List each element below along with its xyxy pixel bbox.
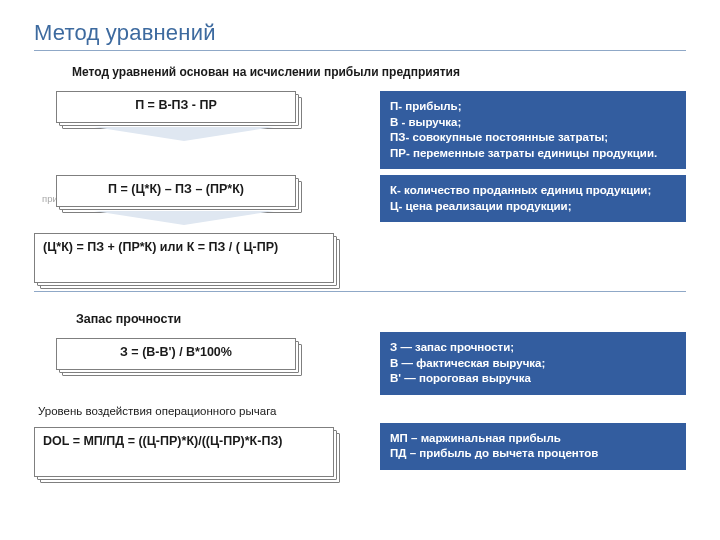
subheader-safety: Запас прочности: [76, 312, 686, 326]
def-line: МП – маржинальная прибыль: [390, 431, 676, 447]
formula-card-profit-expanded: П = (Ц*К) – ПЗ – (ПР*К): [56, 175, 296, 207]
intro-text: Метод уравнений основан на исчислении пр…: [72, 65, 686, 79]
page-title: Метод уравнений: [34, 20, 686, 46]
def-line: З — запас прочности;: [390, 340, 676, 356]
def-line: В - выручка;: [390, 115, 676, 131]
divider-mid: [34, 291, 686, 292]
def-line: Ц- цена реализации продукции;: [390, 199, 676, 215]
def-line: ПЗ- совокупные постоянные затраты;: [390, 130, 676, 146]
formula-text: DOL = МП/ПД = ((Ц-ПР)*К)/((Ц-ПР)*К-ПЗ): [34, 427, 334, 477]
formula-card-profit-basic: П = В-ПЗ - ПР: [56, 91, 296, 123]
definitions-box-2: К- количество проданных единиц продукции…: [380, 175, 686, 222]
def-line: ПД – прибыль до вычета процентов: [390, 446, 676, 462]
formula-text: П = (Ц*К) – ПЗ – (ПР*К): [56, 175, 296, 207]
arrow-down-icon: [94, 211, 274, 225]
def-line: К- количество проданных единиц продукции…: [390, 183, 676, 199]
arrow-down-icon: [94, 127, 274, 141]
formula-text: (Ц*К) = ПЗ + (ПР*К) или К = ПЗ / ( Ц-ПР): [34, 233, 334, 283]
def-line: ПР- переменные затраты единицы продукции…: [390, 146, 676, 162]
formula-card-dol: DOL = МП/ПД = ((Ц-ПР)*К)/((Ц-ПР)*К-ПЗ): [34, 427, 334, 477]
def-line: В' — пороговая выручка: [390, 371, 676, 387]
subheader-leverage: Уровень воздействия операционного рычага: [38, 405, 686, 417]
formula-text: П = В-ПЗ - ПР: [56, 91, 296, 123]
definitions-box-4: МП – маржинальная прибыль ПД – прибыль д…: [380, 423, 686, 470]
def-line: П- прибыль;: [390, 99, 676, 115]
divider-top: [34, 50, 686, 51]
formula-card-break-even: (Ц*К) = ПЗ + (ПР*К) или К = ПЗ / ( Ц-ПР): [34, 233, 334, 283]
definitions-box-1: П- прибыль; В - выручка; ПЗ- совокупные …: [380, 91, 686, 169]
formula-text: З = (В-В') / В*100%: [56, 338, 296, 370]
definitions-box-3: З — запас прочности; В — фактическая выр…: [380, 332, 686, 395]
formula-card-safety: З = (В-В') / В*100%: [56, 338, 296, 370]
def-line: В — фактическая выручка;: [390, 356, 676, 372]
